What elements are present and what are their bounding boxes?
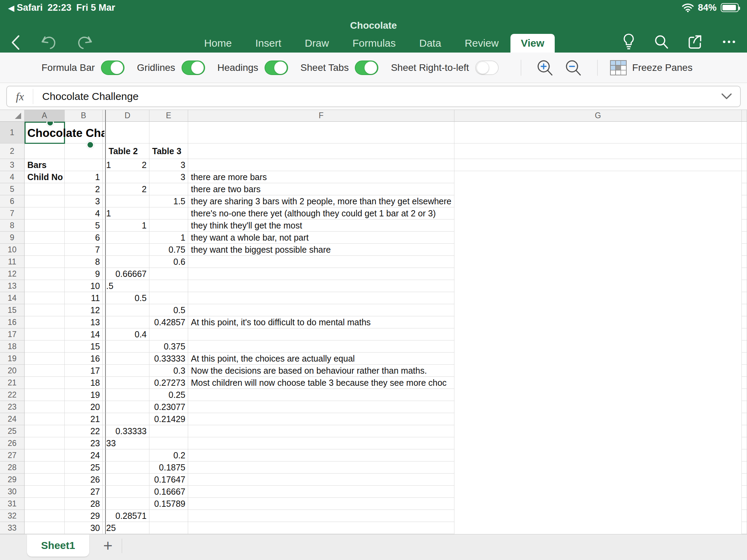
cell-H24[interactable]	[742, 413, 747, 425]
cell-C8[interactable]	[103, 220, 106, 232]
cell-B23[interactable]: 20	[65, 401, 103, 413]
cell-A10[interactable]	[25, 244, 65, 256]
cell-B31[interactable]: 28	[65, 498, 103, 510]
cell-D19[interactable]	[106, 353, 149, 365]
cell-G26[interactable]	[454, 437, 742, 449]
lightbulb-icon[interactable]	[622, 33, 636, 50]
cell-B7[interactable]: 4	[65, 207, 103, 220]
row-header-11[interactable]: 11	[0, 256, 25, 268]
cell-D10[interactable]	[106, 244, 149, 256]
cell-G14[interactable]	[454, 292, 742, 304]
cell-F26[interactable]	[188, 437, 454, 449]
cell-F10[interactable]: they want the biggest possible share	[188, 244, 454, 256]
cell-B9[interactable]: 6	[65, 232, 103, 244]
cell-C26[interactable]: 33	[103, 437, 106, 449]
row-header-1[interactable]: 1	[0, 122, 25, 143]
cell-G4[interactable]	[454, 171, 742, 183]
cell-A16[interactable]	[25, 316, 65, 328]
cell-F20[interactable]: Now the decisions are based on behaviour…	[188, 365, 454, 377]
cell-B11[interactable]: 8	[65, 256, 103, 268]
select-all-corner[interactable]	[0, 110, 25, 122]
cell-F17[interactable]	[188, 328, 454, 340]
cell-F18[interactable]	[188, 340, 454, 353]
cell-B20[interactable]: 17	[65, 365, 103, 377]
cell-E15[interactable]: 0.5	[149, 304, 188, 316]
cell-E7[interactable]	[149, 207, 188, 220]
row-header-7[interactable]: 7	[0, 207, 25, 220]
cell-F11[interactable]	[188, 256, 454, 268]
row-header-21[interactable]: 21	[0, 377, 25, 389]
cell-G6[interactable]	[454, 195, 742, 207]
row-header-19[interactable]: 19	[0, 353, 25, 365]
cell-G5[interactable]	[454, 183, 742, 195]
cell-H28[interactable]	[742, 461, 747, 474]
cell-D31[interactable]	[106, 498, 149, 510]
cell-A11[interactable]	[25, 256, 65, 268]
cell-F16[interactable]: At this point, it's too difficult to do …	[188, 316, 454, 328]
cell-E16[interactable]: 0.42857	[149, 316, 188, 328]
cell-G11[interactable]	[454, 256, 742, 268]
cell-G33[interactable]	[454, 522, 742, 534]
cell-F5[interactable]: there are two bars	[188, 183, 454, 195]
cell-B12[interactable]: 9	[65, 268, 103, 280]
cell-C21[interactable]	[103, 377, 106, 389]
cell-B21[interactable]: 18	[65, 377, 103, 389]
cell-A21[interactable]	[25, 377, 65, 389]
cell-H23[interactable]	[742, 401, 747, 413]
cell-C16[interactable]	[103, 316, 106, 328]
cell-G30[interactable]	[454, 486, 742, 498]
cell-C23[interactable]	[103, 401, 106, 413]
cell-H27[interactable]	[742, 449, 747, 461]
cell-E18[interactable]: 0.375	[149, 340, 188, 353]
more-ellipsis-icon[interactable]	[721, 34, 737, 49]
cell-E5[interactable]	[149, 183, 188, 195]
cell-C14[interactable]	[103, 292, 106, 304]
cell-F23[interactable]	[188, 401, 454, 413]
cell-C13[interactable]: .5	[103, 280, 106, 292]
cell-D29[interactable]	[106, 474, 149, 486]
cell-G28[interactable]	[454, 461, 742, 474]
cell-E17[interactable]	[149, 328, 188, 340]
row-header-9[interactable]: 9	[0, 232, 25, 244]
cell-D5[interactable]: 2	[106, 183, 149, 195]
cell-F3[interactable]	[188, 159, 454, 171]
row-header-8[interactable]: 8	[0, 220, 25, 232]
cell-C17[interactable]	[103, 328, 106, 340]
cell-H6[interactable]	[742, 195, 747, 207]
cell-A20[interactable]	[25, 365, 65, 377]
freeze-panes-button[interactable]: Freeze Panes	[610, 60, 692, 75]
tab-data[interactable]: Data	[407, 34, 453, 53]
row-header-16[interactable]: 16	[0, 316, 25, 328]
toggle-switch-gridlines[interactable]	[182, 60, 205, 75]
add-sheet-button[interactable]: +	[99, 536, 117, 554]
back-to-app[interactable]: ◀ Safari	[8, 2, 43, 13]
cell-A33[interactable]	[25, 522, 65, 534]
row-header-24[interactable]: 24	[0, 413, 25, 425]
cell-C22[interactable]	[103, 389, 106, 401]
cell-G2[interactable]	[454, 143, 742, 159]
cell-H33[interactable]	[742, 522, 747, 534]
cell-C30[interactable]	[103, 486, 106, 498]
cell-H32[interactable]	[742, 510, 747, 522]
cell-F27[interactable]	[188, 449, 454, 461]
cell-H31[interactable]	[742, 498, 747, 510]
cell-B6[interactable]: 3	[65, 195, 103, 207]
cell-H17[interactable]	[742, 328, 747, 340]
cell-A12[interactable]	[25, 268, 65, 280]
cell-F9[interactable]: they want a whole bar, not part	[188, 232, 454, 244]
formula-bar[interactable]: fx Chocolate Challenge	[6, 86, 741, 107]
row-header-5[interactable]: 5	[0, 183, 25, 195]
tab-home[interactable]: Home	[192, 34, 243, 53]
cell-A4[interactable]: Child No	[25, 171, 65, 183]
cell-C11[interactable]	[103, 256, 106, 268]
cell-A19[interactable]	[25, 353, 65, 365]
cell-H19[interactable]	[742, 353, 747, 365]
column-header-hidden[interactable]	[103, 110, 106, 122]
cell-B30[interactable]: 27	[65, 486, 103, 498]
cell-G18[interactable]	[454, 340, 742, 353]
row-header-30[interactable]: 30	[0, 486, 25, 498]
cell-A15[interactable]	[25, 304, 65, 316]
row-header-23[interactable]: 23	[0, 401, 25, 413]
row-header-12[interactable]: 12	[0, 268, 25, 280]
cell-E26[interactable]	[149, 437, 188, 449]
